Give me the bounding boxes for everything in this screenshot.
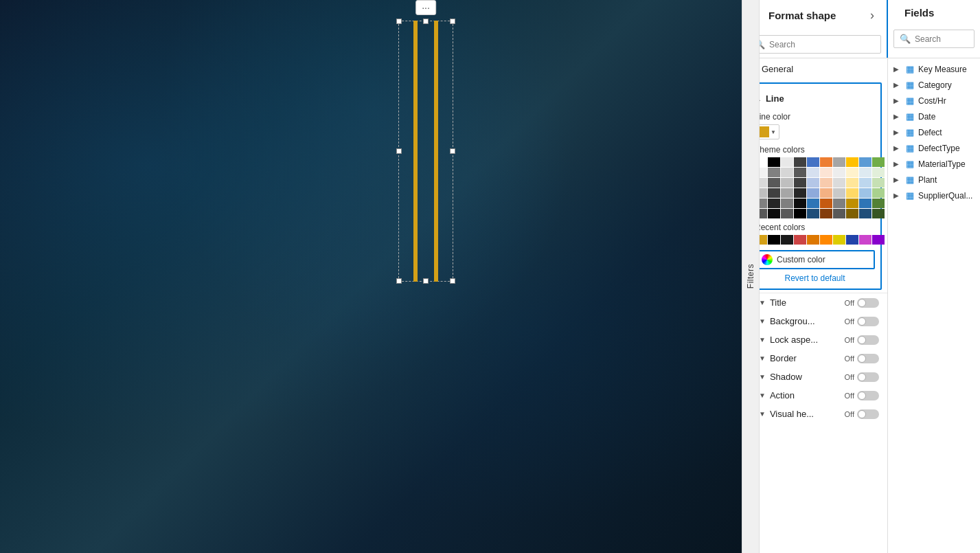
- theme-color-3-3[interactable]: [794, 188, 806, 198]
- theme-color-1-1[interactable]: [768, 168, 780, 177]
- visual-header-toggle[interactable]: Off: [845, 409, 879, 419]
- recent-color-3[interactable]: [794, 235, 806, 245]
- theme-color-1-6[interactable]: [833, 168, 845, 177]
- title-section-header[interactable]: ▼ Title: [759, 297, 845, 308]
- theme-color-4-4[interactable]: [807, 199, 819, 208]
- theme-color-0-6[interactable]: [833, 157, 845, 167]
- theme-color-2-3[interactable]: [794, 178, 806, 188]
- field-item[interactable]: ▶ ▦ Cost/Hr: [888, 93, 980, 109]
- action-toggle[interactable]: Off: [845, 391, 879, 400]
- line-section-header[interactable]: ▲ Line: [755, 89, 875, 108]
- lock-aspect-toggle[interactable]: Off: [845, 335, 879, 345]
- recent-color-9[interactable]: [872, 235, 885, 245]
- background-section-header[interactable]: ▼ Backgrou...: [759, 316, 845, 326]
- theme-color-0-9[interactable]: [872, 157, 885, 167]
- theme-color-5-5[interactable]: [820, 209, 832, 218]
- resize-handle-midright[interactable]: [450, 148, 455, 154]
- theme-color-4-9[interactable]: [872, 199, 885, 208]
- title-toggle-track[interactable]: [857, 298, 879, 308]
- field-item[interactable]: ▶ ▦ Category: [888, 77, 980, 93]
- theme-color-0-4[interactable]: [807, 157, 819, 167]
- theme-color-5-8[interactable]: [859, 209, 871, 218]
- resize-handle-topcenter[interactable]: [423, 19, 429, 24]
- field-item[interactable]: ▶ ▦ MaterialType: [888, 156, 980, 172]
- custom-color-button[interactable]: Custom color: [755, 250, 875, 269]
- theme-color-4-2[interactable]: [781, 199, 793, 208]
- recent-color-8[interactable]: [859, 235, 871, 245]
- resize-handle-midleft[interactable]: [396, 148, 402, 154]
- resize-handle-topright[interactable]: [450, 19, 455, 24]
- theme-color-1-8[interactable]: [859, 168, 871, 177]
- theme-color-4-1[interactable]: [768, 199, 780, 208]
- more-options-button[interactable]: ···: [415, 0, 436, 15]
- theme-color-5-7[interactable]: [846, 209, 858, 218]
- action-toggle-track[interactable]: [857, 391, 879, 400]
- recent-color-5[interactable]: [820, 235, 832, 245]
- recent-color-7[interactable]: [846, 235, 858, 245]
- theme-color-1-4[interactable]: [807, 168, 819, 177]
- fields-search-input[interactable]: [915, 34, 968, 44]
- theme-color-1-7[interactable]: [846, 168, 858, 177]
- background-toggle[interactable]: Off: [845, 317, 879, 326]
- theme-color-4-5[interactable]: [820, 199, 832, 208]
- theme-color-5-2[interactable]: [781, 209, 793, 218]
- theme-color-1-3[interactable]: [794, 168, 806, 177]
- resize-handle-bottomcenter[interactable]: [423, 278, 429, 284]
- theme-color-3-4[interactable]: [807, 188, 819, 198]
- shadow-section-header[interactable]: ▼ Shadow: [759, 372, 845, 382]
- theme-color-4-8[interactable]: [859, 199, 871, 208]
- lock-aspect-toggle-track[interactable]: [857, 335, 879, 345]
- title-toggle[interactable]: Off: [845, 298, 879, 308]
- action-section-header[interactable]: ▼ Action: [759, 390, 845, 400]
- theme-color-4-7[interactable]: [846, 199, 858, 208]
- border-toggle[interactable]: Off: [845, 354, 879, 363]
- theme-color-5-3[interactable]: [794, 209, 806, 218]
- lock-aspect-section-header[interactable]: ▼ Lock aspe...: [759, 335, 845, 345]
- field-item[interactable]: ▶ ▦ DefectType: [888, 140, 980, 156]
- theme-color-0-3[interactable]: [794, 157, 806, 167]
- filters-tab[interactable]: Filters: [742, 0, 760, 553]
- theme-color-3-8[interactable]: [859, 188, 871, 198]
- field-item[interactable]: ▶ ▦ Date: [888, 109, 980, 124]
- theme-color-3-2[interactable]: [781, 188, 793, 198]
- recent-color-1[interactable]: [768, 235, 780, 245]
- field-item[interactable]: ▶ ▦ Defect: [888, 124, 980, 140]
- theme-color-1-5[interactable]: [820, 168, 832, 177]
- theme-color-3-1[interactable]: [768, 188, 780, 198]
- theme-color-5-4[interactable]: [807, 209, 819, 218]
- shape-container[interactable]: ···: [398, 21, 453, 282]
- field-item[interactable]: ▶ ▦ Key Measure: [888, 61, 980, 77]
- theme-color-4-6[interactable]: [833, 199, 845, 208]
- border-section-header[interactable]: ▼ Border: [759, 353, 845, 363]
- theme-color-2-8[interactable]: [859, 178, 871, 188]
- revert-to-default-link[interactable]: Revert to default: [755, 273, 875, 283]
- format-search-input[interactable]: [769, 40, 875, 49]
- theme-color-3-7[interactable]: [846, 188, 858, 198]
- resize-handle-bottomright[interactable]: [450, 278, 455, 284]
- theme-color-3-6[interactable]: [833, 188, 845, 198]
- theme-color-2-1[interactable]: [768, 178, 780, 188]
- theme-color-2-2[interactable]: [781, 178, 793, 188]
- theme-color-0-8[interactable]: [859, 157, 871, 167]
- theme-color-1-9[interactable]: [872, 168, 885, 177]
- visual-header-section-header[interactable]: ▼ Visual he...: [759, 409, 845, 419]
- shadow-toggle[interactable]: Off: [845, 372, 879, 382]
- theme-color-3-5[interactable]: [820, 188, 832, 198]
- theme-color-2-4[interactable]: [807, 178, 819, 188]
- shadow-toggle-track[interactable]: [857, 372, 879, 382]
- theme-color-5-1[interactable]: [768, 209, 780, 218]
- theme-color-2-9[interactable]: [872, 178, 885, 188]
- border-toggle-track[interactable]: [857, 354, 879, 363]
- format-search-bar[interactable]: 🔍: [748, 35, 881, 54]
- theme-color-2-7[interactable]: [846, 178, 858, 188]
- theme-color-5-9[interactable]: [872, 209, 885, 218]
- general-section-header[interactable]: ▼ General: [742, 58, 887, 80]
- recent-color-6[interactable]: [833, 235, 845, 245]
- theme-color-2-6[interactable]: [833, 178, 845, 188]
- theme-color-4-3[interactable]: [794, 199, 806, 208]
- theme-color-3-9[interactable]: [872, 188, 885, 198]
- theme-color-0-2[interactable]: [781, 157, 793, 167]
- recent-color-4[interactable]: [807, 235, 819, 245]
- theme-color-0-7[interactable]: [846, 157, 858, 167]
- theme-color-0-1[interactable]: [768, 157, 780, 167]
